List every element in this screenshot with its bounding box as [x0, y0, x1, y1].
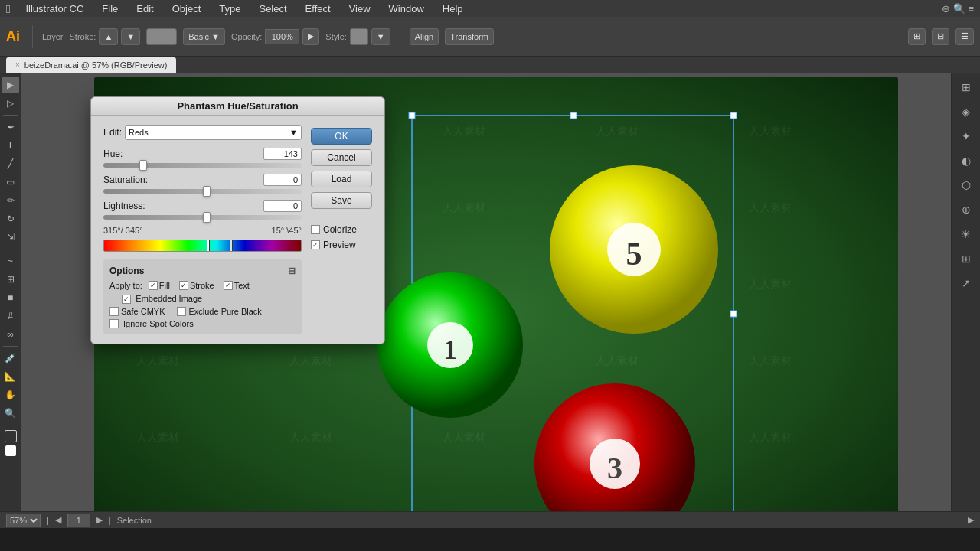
- hand-tool[interactable]: ✋: [2, 386, 19, 403]
- brush-tool[interactable]: ✏: [2, 192, 19, 209]
- menu-object[interactable]: Object: [169, 3, 204, 15]
- svg-rect-32: [730, 311, 737, 317]
- document-tab[interactable]: × beizeDrama.ai @ 57% (RGB/Preview): [6, 57, 176, 73]
- hue-value[interactable]: -143: [263, 148, 302, 160]
- hue-track[interactable]: [103, 163, 302, 168]
- stroke-checkbox[interactable]: [179, 281, 188, 290]
- load-button[interactable]: Load: [311, 171, 372, 187]
- scale-tool[interactable]: ⇲: [2, 229, 19, 246]
- page-input[interactable]: [67, 514, 90, 527]
- blend-tool[interactable]: ∞: [2, 326, 19, 343]
- fill-checkbox[interactable]: [149, 281, 158, 290]
- align-btn[interactable]: Align: [410, 28, 439, 45]
- transform-btn[interactable]: Transform: [445, 28, 494, 45]
- zoom-tool[interactable]: 🔍: [2, 405, 19, 422]
- preview-row: Preview: [311, 240, 372, 250]
- arrange-btn[interactable]: ⊟: [932, 28, 949, 45]
- saturation-track[interactable]: [103, 189, 302, 194]
- panel-btn-4[interactable]: ◐: [956, 150, 977, 171]
- colorize-checkbox[interactable]: [311, 225, 320, 234]
- panel-btn-2[interactable]: ◈: [956, 101, 977, 122]
- preview-checkbox[interactable]: [311, 240, 320, 249]
- embedded-checkbox[interactable]: [122, 295, 131, 304]
- menu-bar:  Illustrator CC File Edit Object Type S…: [0, 0, 980, 17]
- panel-btn-9[interactable]: ↗: [956, 272, 977, 294]
- exclude-black-checkbox[interactable]: [177, 307, 186, 316]
- cancel-button[interactable]: Cancel: [311, 149, 372, 166]
- ignore-spot-checkbox[interactable]: [109, 319, 119, 328]
- line-tool[interactable]: ╱: [2, 155, 19, 172]
- page-next-btn[interactable]: ▶: [96, 515, 103, 525]
- fill-color[interactable]: [5, 430, 17, 442]
- gradient-tool[interactable]: ■: [2, 289, 19, 306]
- direct-select-tool[interactable]: ▷: [2, 95, 19, 112]
- panel-btn-8[interactable]: ⊞: [956, 248, 977, 269]
- stroke-down-btn[interactable]: ▼: [121, 28, 140, 45]
- lightness-label: Lightness:: [103, 201, 145, 211]
- menu-window[interactable]: Window: [386, 3, 427, 15]
- stroke-color-tool[interactable]: [5, 445, 16, 456]
- options-section: Options ⊟ Apply to: Fill Stroke: [103, 259, 302, 334]
- tools-panel: ▶ ▷ ✒ T ╱ ▭ ✏ ↻ ⇲ ~ ⊞ ■ # ∞ 💉 📐 ✋ 🔍: [0, 73, 21, 511]
- stroke-color-btn[interactable]: [146, 28, 177, 45]
- app-name-menu[interactable]: Illustrator CC: [22, 3, 87, 15]
- opacity-input[interactable]: [265, 29, 299, 44]
- ok-button[interactable]: OK: [311, 128, 372, 145]
- apple-menu[interactable]: : [6, 2, 10, 15]
- edit-dropdown[interactable]: Reds ▼: [125, 125, 302, 140]
- menu-select[interactable]: Select: [256, 3, 289, 15]
- rect-tool[interactable]: ▭: [2, 174, 19, 191]
- panel-toggle-btn[interactable]: ⊞: [908, 28, 926, 45]
- pen-tool[interactable]: ✒: [2, 119, 19, 135]
- lightness-value[interactable]: 0: [263, 200, 302, 212]
- panel-btn-1[interactable]: ⊞: [956, 77, 977, 98]
- panel-btn-5[interactable]: ⬡: [956, 174, 977, 196]
- svg-text:人人素材: 人人素材: [596, 354, 639, 367]
- lightness-track[interactable]: [103, 215, 302, 220]
- mesh-tool[interactable]: #: [2, 308, 19, 324]
- tab-close-btn[interactable]: ×: [15, 60, 20, 69]
- lightness-thumb[interactable]: [203, 212, 211, 223]
- zoom-select[interactable]: 57%: [6, 514, 41, 527]
- menu-file[interactable]: File: [99, 3, 121, 15]
- safe-cmyk-checkbox[interactable]: [109, 307, 119, 316]
- menu-edit[interactable]: Edit: [133, 3, 156, 15]
- type-tool[interactable]: T: [2, 137, 19, 154]
- stroke-up-btn[interactable]: ▲: [99, 28, 118, 45]
- panel-btn-3[interactable]: ✦: [956, 126, 977, 147]
- spectrum-marker-1[interactable]: [207, 240, 210, 252]
- warp-tool[interactable]: ~: [2, 253, 19, 269]
- saturation-thumb[interactable]: [203, 186, 211, 197]
- spectrum-marker-2[interactable]: [230, 240, 233, 252]
- style-arrow[interactable]: ▼: [371, 28, 390, 45]
- menu-extra-btn[interactable]: ☰: [956, 28, 974, 45]
- select-tool[interactable]: ▶: [2, 77, 19, 93]
- panel-btn-6[interactable]: ⊕: [956, 199, 977, 220]
- menu-effect[interactable]: Effect: [302, 3, 334, 15]
- text-checkbox[interactable]: [224, 281, 233, 290]
- measure-tool[interactable]: 📐: [2, 368, 19, 385]
- status-play-btn[interactable]: ▶: [968, 515, 974, 525]
- apply-row: Apply to: Fill Stroke Text: [109, 281, 296, 290]
- hue-thumb[interactable]: [139, 160, 147, 171]
- opacity-arrow[interactable]: ▶: [302, 28, 319, 45]
- graph-tool[interactable]: ⊞: [2, 271, 19, 288]
- eyedropper-tool[interactable]: 💉: [2, 350, 19, 367]
- menu-type[interactable]: Type: [216, 3, 243, 15]
- blend-mode-btn[interactable]: Basic ▼: [183, 28, 225, 45]
- rotate-tool[interactable]: ↻: [2, 210, 19, 227]
- style-btn[interactable]: [350, 28, 368, 45]
- angle-left: 315°/ 345°: [103, 226, 143, 235]
- options-header: Options ⊟: [109, 266, 296, 276]
- panel-btn-7[interactable]: ☀: [956, 223, 977, 245]
- page-prev-btn[interactable]: ◀: [55, 515, 61, 525]
- menu-view[interactable]: View: [346, 3, 374, 15]
- saturation-value[interactable]: 0: [263, 174, 302, 186]
- options-collapse-icon[interactable]: ⊟: [288, 266, 296, 276]
- save-button[interactable]: Save: [311, 192, 372, 209]
- hue-label: Hue:: [103, 148, 122, 159]
- tool-sep-3: [3, 346, 18, 347]
- spectrum-bar[interactable]: [103, 240, 302, 252]
- safe-cmyk-item: Safe CMYK: [109, 307, 165, 316]
- menu-help[interactable]: Help: [439, 3, 466, 15]
